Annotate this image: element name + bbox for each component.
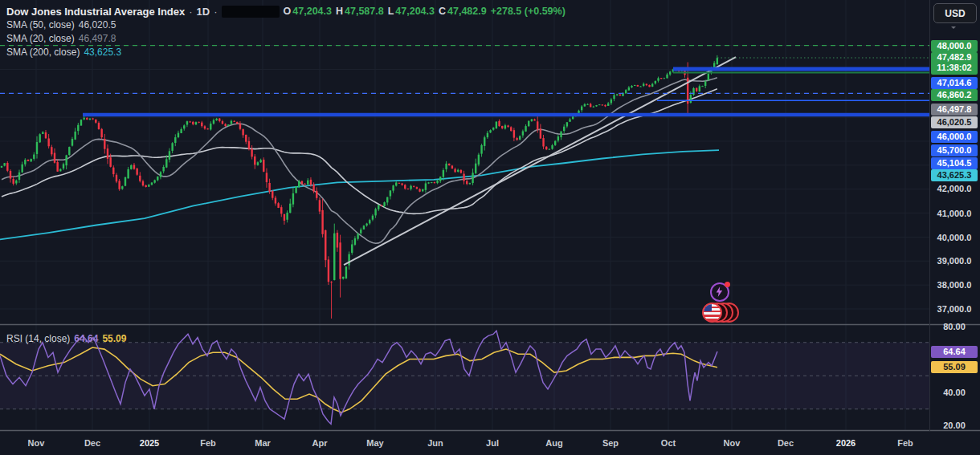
high-label: H [336, 6, 343, 17]
open-value: 47,204.3 [292, 6, 332, 17]
legend-main: Dow Jones Industrial Average Index · 1D … [6, 5, 566, 59]
rsi-label: RSI (14, close) [6, 333, 70, 344]
sma200-label: SMA (200, close) [6, 47, 80, 58]
price-axis-label: 38,000.0 [931, 279, 978, 291]
time-axis-label: Jun [427, 438, 443, 448]
chart-canvas[interactable] [0, 0, 980, 455]
price-axis-label: 46,000.0 [931, 131, 978, 143]
sma200-value: 43,625.3 [84, 47, 121, 58]
price-axis-label: 45,700.0 [931, 144, 978, 156]
low-label: L [388, 6, 394, 17]
price-axis-label: 47,014.6 [931, 77, 978, 89]
price-axis-label: 40.00 [931, 387, 978, 399]
close-label: C [439, 6, 446, 17]
price-axis-label: 41,000.0 [931, 208, 978, 220]
price-axis-label: 39,000.0 [931, 255, 978, 267]
trading-chart-app: Dow Jones Industrial Average Index · 1D … [0, 0, 980, 455]
sma50-line[interactable] [2, 89, 717, 214]
indicator-row-sma50[interactable]: SMA (50, close) 46,020.5 [6, 18, 566, 31]
price-axis-label: 20.00 [931, 420, 978, 432]
time-axis-label: Aug [545, 438, 562, 448]
sma50-label: SMA (50, close) [6, 19, 75, 30]
sma20-value: 46,497.8 [79, 33, 116, 44]
lightning-icon [716, 286, 723, 297]
symbol-row[interactable]: Dow Jones Industrial Average Index · 1D … [6, 5, 566, 18]
trendline[interactable] [344, 57, 736, 265]
sma20-line[interactable] [2, 78, 717, 244]
separator-dot: · [189, 6, 192, 18]
legend-rsi: RSI (14, close) 64.64 55.09 [6, 332, 126, 346]
time-axis-label: Mar [255, 438, 271, 448]
time-axis-label: 2025 [140, 438, 159, 448]
open-label: O [284, 6, 292, 17]
interval-label[interactable]: 1D [197, 6, 210, 18]
price-axis-label: 46,020.5 [931, 116, 978, 128]
time-axis-label: Feb [200, 438, 216, 448]
indicator-row-sma200[interactable]: SMA (200, close) 43,625.3 [6, 46, 566, 59]
price-axis-label: 46,860.2 [931, 89, 978, 101]
price-axis-label: 37,000.0 [931, 303, 978, 315]
time-axis-label: 2026 [836, 438, 855, 448]
price-axis-label: 42,000.0 [931, 183, 978, 195]
economic-event-us-flag-icon[interactable] [702, 303, 741, 323]
time-axis-label: Jul [486, 438, 499, 448]
time-axis-label: Feb [897, 438, 913, 448]
redacted-exchange [222, 6, 280, 18]
time-axis-label: Apr [312, 438, 328, 448]
time-axis-label: Oct [661, 438, 676, 448]
sma50-value: 46,020.5 [79, 19, 116, 30]
notification-dot [725, 282, 730, 287]
time-axis-label: Dec [778, 438, 794, 448]
price-axis-label: 46,497.8 [931, 104, 978, 116]
grid-layer [0, 0, 929, 430]
price-axis-label: 64.64 [931, 346, 978, 358]
currency-button[interactable]: USD [933, 3, 977, 23]
time-axis-label: Dec [84, 438, 100, 448]
time-axis-label: Sep [602, 438, 619, 448]
economic-event-flash-icon[interactable] [710, 282, 729, 302]
price-axis-label: 45,104.5 [931, 157, 978, 169]
price-axis-label: 47,482.911:38:02 [931, 52, 978, 75]
change-value: +278.5 (+0.59%) [491, 6, 566, 17]
separator-dot: · [214, 6, 217, 18]
close-value: 47,482.9 [447, 6, 487, 17]
rsi-value: 64.64 [74, 333, 98, 344]
high-value: 47,587.8 [345, 6, 384, 17]
time-axis-label: Nov [28, 438, 45, 448]
low-value: 47,204.3 [395, 6, 435, 17]
bar-countdown: 11:38:02 [931, 63, 978, 73]
time-axis-label: Nov [724, 438, 741, 448]
price-axis-label: 55.09 [931, 361, 978, 373]
sma20-label: SMA (20, close) [6, 33, 75, 44]
rsi-ma-value: 55.09 [102, 333, 126, 344]
us-flag-icon [702, 303, 722, 323]
time-axis-label: May [366, 438, 383, 448]
price-axis-label: 80.00 [931, 321, 978, 333]
indicator-row-sma20[interactable]: SMA (20, close) 46,497.8 [6, 32, 566, 45]
chevron-down-icon [951, 26, 956, 29]
price-axis-label: 40,000.0 [931, 232, 978, 244]
price-axis-label: 48,000.0 [931, 40, 978, 52]
price-axis-label: 43,625.3 [931, 169, 978, 181]
indicator-row-rsi[interactable]: RSI (14, close) 64.64 55.09 [6, 332, 126, 345]
symbol-title: Dow Jones Industrial Average Index [6, 6, 185, 18]
